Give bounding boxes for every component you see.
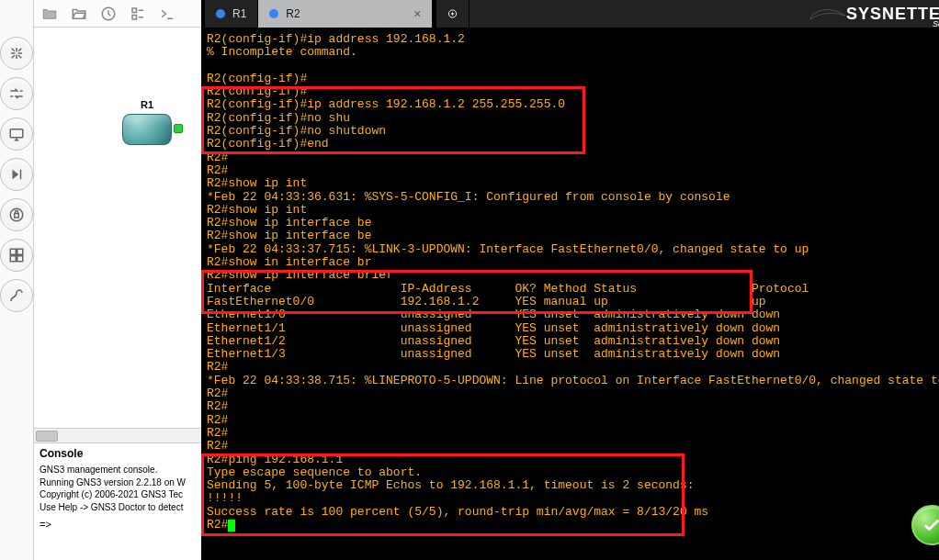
- tab-label: R1: [232, 7, 246, 20]
- tab-r2[interactable]: R2 ×: [258, 0, 433, 28]
- svg-rect-3: [10, 249, 16, 254]
- gns3-console-panel: Console GNS3 management console. Running…: [34, 442, 201, 560]
- svg-rect-2: [15, 214, 19, 218]
- top-toolbar: [34, 0, 201, 28]
- device-pc-icon[interactable]: [0, 118, 33, 151]
- terminal-tabbar: R1 R2 × SYSNETTECH Solutions: [201, 0, 939, 28]
- brand-logo: SYSNETTECH Solutions: [809, 0, 939, 28]
- security-icon[interactable]: [0, 198, 33, 231]
- svg-rect-0: [10, 129, 23, 138]
- tab-r1[interactable]: R1: [205, 0, 258, 28]
- highlight-box: [201, 86, 585, 154]
- left-toolbar: [0, 0, 34, 560]
- cable-icon[interactable]: [0, 279, 33, 312]
- close-tab-icon[interactable]: ×: [413, 7, 421, 20]
- router-label: R1: [122, 99, 172, 110]
- svg-rect-6: [17, 256, 23, 262]
- device-router-icon[interactable]: [0, 37, 33, 70]
- router-node-r1[interactable]: R1: [122, 99, 172, 145]
- device-switch-icon[interactable]: [0, 77, 33, 110]
- new-project-icon[interactable]: [40, 4, 60, 24]
- console-all-icon[interactable]: [157, 4, 177, 24]
- all-devices-icon[interactable]: [0, 239, 33, 272]
- snapshot-icon[interactable]: [98, 4, 119, 24]
- svg-rect-4: [17, 249, 23, 254]
- tab-label: R2: [286, 7, 300, 20]
- interface-status-dot: [174, 124, 183, 133]
- status-dot-icon: [269, 9, 278, 18]
- terminal-output[interactable]: R2(config-if)#ip address 192.168.1.2 % I…: [201, 28, 939, 560]
- console-title: Console: [40, 447, 196, 460]
- svg-rect-5: [10, 256, 16, 262]
- console-prompt[interactable]: =>: [40, 519, 196, 530]
- highlight-box: [201, 270, 752, 314]
- show-labels-icon[interactable]: [128, 4, 148, 24]
- canvas-scrollbar[interactable]: [34, 428, 201, 442]
- console-body: GNS3 management console. Running GNS3 ve…: [40, 464, 196, 513]
- status-dot-icon: [216, 9, 225, 18]
- open-project-icon[interactable]: [69, 4, 89, 24]
- play-step-icon[interactable]: [0, 158, 33, 191]
- highlight-box: [201, 454, 684, 536]
- new-tab-button[interactable]: [436, 0, 470, 28]
- router-icon: [122, 114, 172, 145]
- topology-canvas[interactable]: R1: [34, 28, 201, 442]
